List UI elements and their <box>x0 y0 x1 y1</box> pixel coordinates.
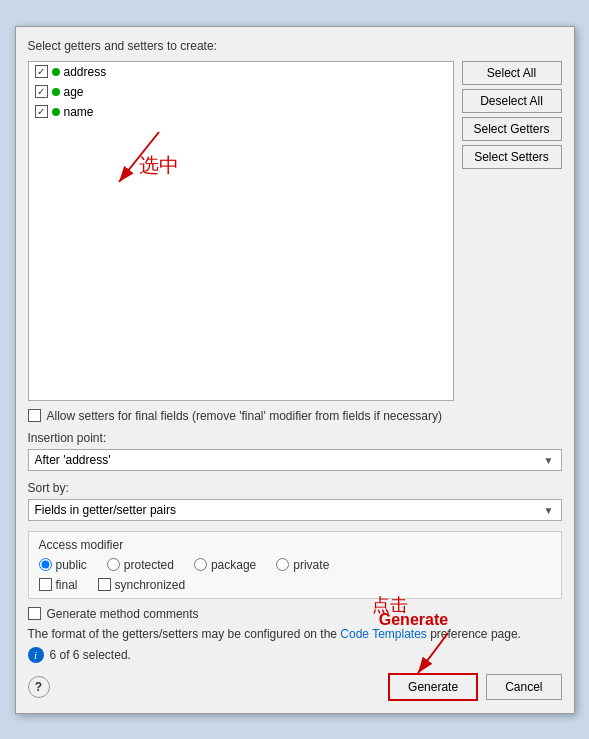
list-item[interactable]: address <box>29 62 453 82</box>
radio-protected[interactable]: protected <box>107 558 174 572</box>
list-item[interactable]: age <box>29 82 453 102</box>
radio-private[interactable]: private <box>276 558 329 572</box>
info-before: The format of the getters/setters may be… <box>28 627 341 641</box>
arrow-select-icon <box>89 122 209 212</box>
final-item[interactable]: final <box>39 578 78 592</box>
insertion-point-wrapper: After 'address' <box>28 449 562 471</box>
radio-package[interactable]: package <box>194 558 256 572</box>
radio-protected-input[interactable] <box>107 558 120 571</box>
radio-private-label: private <box>293 558 329 572</box>
generate-comments-checkbox[interactable] <box>28 607 41 620</box>
cancel-button[interactable]: Cancel <box>486 674 561 700</box>
allow-setters-checkbox[interactable] <box>28 409 41 422</box>
radio-group: public protected package private <box>39 558 551 572</box>
status-row: i 6 of 6 selected. <box>28 647 562 663</box>
item-label-address: address <box>64 65 107 79</box>
radio-public-input[interactable] <box>39 558 52 571</box>
synchronized-label: synchronized <box>115 578 186 592</box>
info-row: The format of the getters/setters may be… <box>28 627 562 641</box>
radio-public[interactable]: public <box>39 558 87 572</box>
final-label: final <box>56 578 78 592</box>
sort-by-label: Sort by: <box>28 481 562 495</box>
generate-comments-row: Generate method comments <box>28 607 562 621</box>
dialog-title: Select getters and setters to create: <box>28 39 562 53</box>
generate-button[interactable]: Generate <box>388 673 478 701</box>
radio-package-label: package <box>211 558 256 572</box>
radio-public-label: public <box>56 558 87 572</box>
bottom-buttons: ? 点击 Generate Generat <box>28 673 562 701</box>
insertion-point-label: Insertion point: <box>28 431 562 445</box>
list-panel: address age name <box>28 61 454 401</box>
svg-line-1 <box>119 132 159 182</box>
radio-private-input[interactable] <box>276 558 289 571</box>
annotation-select: 选中 <box>139 152 179 179</box>
info-after: preference page. <box>427 627 521 641</box>
list-item[interactable]: name <box>29 102 453 122</box>
access-modifier-section: Access modifier public protected package… <box>28 531 562 599</box>
access-modifier-title: Access modifier <box>39 538 551 552</box>
synchronized-checkbox[interactable] <box>98 578 111 591</box>
checkbox-name[interactable] <box>35 105 48 118</box>
main-area: address age name <box>28 61 562 401</box>
synchronized-item[interactable]: synchronized <box>98 578 186 592</box>
status-text: 6 of 6 selected. <box>50 648 131 662</box>
help-button[interactable]: ? <box>28 676 50 698</box>
final-checkbox[interactable] <box>39 578 52 591</box>
dot-address <box>52 68 60 76</box>
generate-annotation-wrapper: 点击 Generate Generate <box>388 673 478 701</box>
modifier-checkboxes: final synchronized <box>39 578 551 592</box>
insertion-point-select[interactable]: After 'address' <box>28 449 562 471</box>
allow-setters-label: Allow setters for final fields (remove '… <box>47 409 442 423</box>
select-all-button[interactable]: Select All <box>462 61 562 85</box>
radio-protected-label: protected <box>124 558 174 572</box>
sort-by-select[interactable]: Fields in getter/setter pairs <box>28 499 562 521</box>
sort-by-wrapper: Fields in getter/setter pairs <box>28 499 562 521</box>
dot-name <box>52 108 60 116</box>
checkbox-age[interactable] <box>35 85 48 98</box>
dialog: Select getters and setters to create: ad… <box>15 26 575 714</box>
select-setters-button[interactable]: Select Setters <box>462 145 562 169</box>
checkbox-address[interactable] <box>35 65 48 78</box>
deselect-all-button[interactable]: Deselect All <box>462 89 562 113</box>
dot-age <box>52 88 60 96</box>
allow-setters-row: Allow setters for final fields (remove '… <box>28 409 562 423</box>
side-buttons: Select All Deselect All Select Getters S… <box>462 61 562 401</box>
item-label-name: name <box>64 105 94 119</box>
generate-comments-label: Generate method comments <box>47 607 199 621</box>
info-icon: i <box>28 647 44 663</box>
radio-package-input[interactable] <box>194 558 207 571</box>
select-getters-button[interactable]: Select Getters <box>462 117 562 141</box>
item-label-age: age <box>64 85 84 99</box>
code-templates-link[interactable]: Code Templates <box>340 627 427 641</box>
